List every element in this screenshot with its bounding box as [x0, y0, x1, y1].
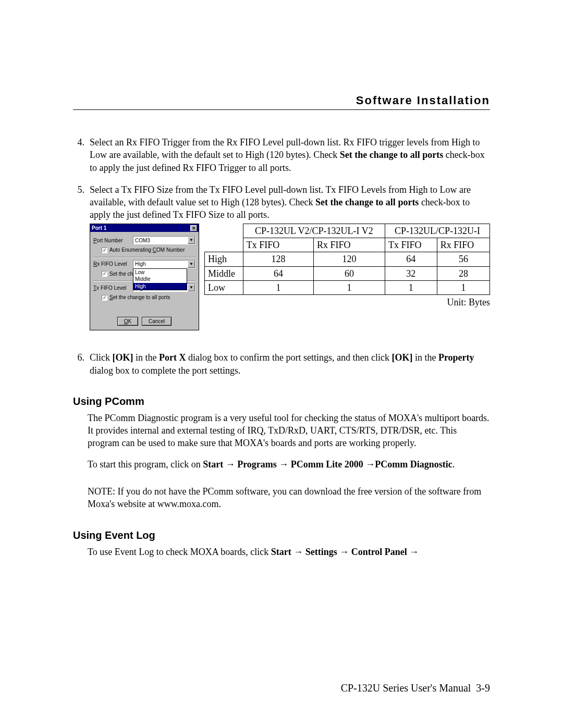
unit-label: Unit: Bytes — [204, 296, 490, 309]
ok-button[interactable]: OK — [117, 317, 138, 326]
dropdown-option[interactable]: Low — [133, 269, 187, 276]
step-body: Select an Rx FIFO Trigger from the Rx FI… — [90, 136, 490, 174]
chevron-down-icon[interactable]: ▼ — [188, 284, 195, 291]
rx-fifo-select[interactable]: High ▼ Low Middle High — [133, 260, 195, 268]
step-number: 6. — [73, 351, 90, 377]
section-heading-pcomm: Using PComm — [73, 396, 490, 408]
step-5: 5. Select a Tx FIFO Size from the Tx FIF… — [73, 183, 490, 330]
table-row: Middle 6460 3228 — [205, 266, 490, 280]
dialog-title: Port 1 — [92, 225, 106, 232]
port-number-label: Port Number — [93, 237, 131, 244]
step-number: 4. — [73, 136, 90, 174]
rx-fifo-dropdown[interactable]: Low Middle High — [133, 268, 187, 291]
checkbox-icon: ✓ — [102, 295, 107, 301]
rx-fifo-label: Rx FIFO Level — [93, 261, 131, 268]
port-number-select[interactable]: COM3 ▼ — [133, 236, 195, 244]
step-6: 6. Click [OK] in the Port X dialog box t… — [73, 351, 490, 377]
dialog-titlebar[interactable]: Port 1 ✕ — [90, 224, 199, 232]
table-row: High 128120 6456 — [205, 252, 490, 266]
page-footer: CP-132U Series User's Manual 3-9 — [0, 682, 490, 694]
dropdown-option[interactable]: Middle — [133, 276, 187, 283]
dropdown-option[interactable]: High — [133, 283, 187, 290]
table-header: CP-132UL V2/CP-132UL-I V2 — [243, 224, 385, 238]
step-body: Click [OK] in the Port X dialog box to c… — [90, 351, 490, 377]
chevron-down-icon[interactable]: ▼ — [188, 261, 195, 268]
paragraph: To use Event Log to check MOXA boards, c… — [88, 546, 490, 558]
section-heading-eventlog: Using Event Log — [73, 529, 490, 541]
tx-fifo-label: Tx FIFO Level — [93, 285, 131, 292]
auto-enum-checkbox[interactable]: ✓ Auto Enumerating COM Number — [93, 246, 195, 254]
tx-set-all-checkbox[interactable]: ✓ Set the change to all ports — [93, 294, 195, 301]
checkbox-icon: ✓ — [102, 248, 107, 253]
fifo-table: CP-132UL V2/CP-132UL-I V2 CP-132UL/CP-13… — [204, 224, 490, 295]
checkbox-icon: ✓ — [102, 271, 107, 277]
tx-set-all-label: Set the change to all ports — [109, 294, 170, 301]
chevron-down-icon[interactable]: ▼ — [188, 237, 195, 244]
port-dialog: Port 1 ✕ Port Number COM3 ▼ — [90, 224, 199, 331]
step-body: Select a Tx FIFO Size from the Tx FIFO L… — [90, 183, 490, 330]
paragraph: The PComm Diagnostic program is a very u… — [88, 412, 490, 450]
auto-enum-label: Auto Enumerating COM Number — [109, 246, 185, 254]
table-header: CP-132UL/CP-132U-I — [385, 224, 489, 238]
step-4: 4. Select an Rx FIFO Trigger from the Rx… — [73, 136, 490, 174]
rx-set-all-label: Set the ch — [109, 270, 133, 278]
step-number: 5. — [73, 183, 90, 330]
paragraph: To start this program, click on Start → … — [88, 458, 490, 471]
close-icon[interactable]: ✕ — [190, 225, 197, 231]
table-row: Low 11 11 — [205, 280, 490, 294]
cancel-button[interactable]: Cancel — [142, 317, 172, 326]
page-header: Software Installation — [73, 94, 490, 110]
paragraph: NOTE: If you do not have the PComm softw… — [88, 485, 490, 511]
